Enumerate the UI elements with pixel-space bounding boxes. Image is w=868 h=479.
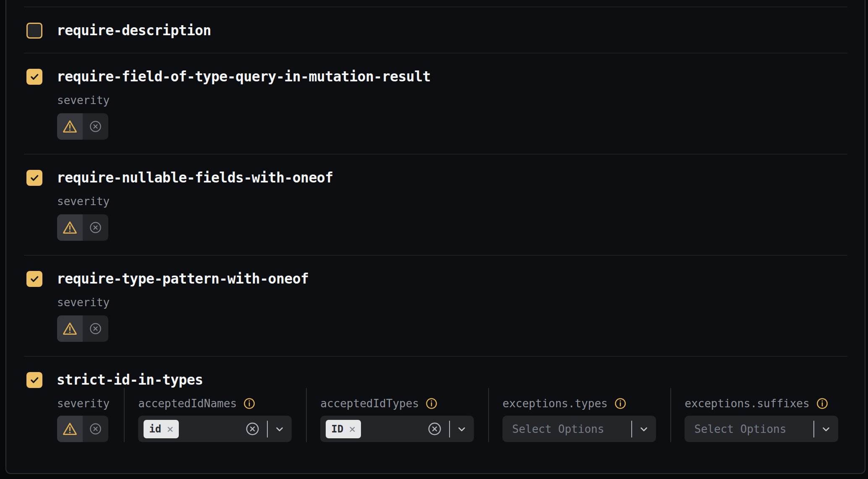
severity-column: severity	[57, 388, 110, 442]
option-label: exceptions.suffixes	[685, 397, 809, 410]
rule-checkbox[interactable]	[26, 170, 42, 186]
chevron-down-icon[interactable]	[821, 424, 831, 435]
severity-warning-button[interactable]	[57, 113, 83, 140]
separator	[267, 421, 268, 437]
severity-toggle	[57, 113, 108, 140]
clear-all-icon[interactable]	[427, 422, 442, 436]
separator	[813, 421, 814, 437]
option-column-acceptedIdNames: acceptedIdNames id ×	[124, 388, 292, 442]
circle-x-icon	[89, 322, 102, 335]
severity-off-button[interactable]	[83, 214, 108, 241]
warning-triangle-icon	[62, 421, 78, 437]
rule-title: require-type-pattern-with-oneof	[57, 271, 309, 287]
rule-title: require-nullable-fields-with-oneof	[57, 169, 333, 186]
severity-off-button[interactable]	[83, 315, 108, 342]
rule-row-strict-id-in-types: strict-id-in-types severity	[24, 356, 847, 456]
warning-triangle-icon	[62, 220, 78, 235]
multiselect-acceptedIdNames[interactable]: id ×	[138, 416, 292, 442]
chevron-down-icon[interactable]	[274, 424, 285, 435]
rule-title: strict-id-in-types	[57, 372, 203, 388]
chevron-down-icon[interactable]	[456, 424, 467, 435]
select-placeholder: Select Options	[512, 423, 604, 435]
check-icon	[29, 172, 40, 183]
separator	[449, 421, 450, 437]
multiselect-exceptions-suffixes[interactable]: Select Options	[685, 416, 838, 442]
rule-row-require-type-pattern-with-oneof: require-type-pattern-with-oneof severity	[24, 255, 847, 356]
check-icon	[29, 71, 40, 82]
severity-toggle	[57, 315, 108, 342]
rule-options-row: severity acceptedIdNames	[57, 388, 847, 442]
severity-off-button[interactable]	[83, 113, 108, 140]
severity-warning-button[interactable]	[57, 416, 83, 442]
rule-row-require-description: require-description	[24, 7, 847, 53]
warning-triangle-icon	[62, 119, 78, 134]
separator	[631, 421, 632, 437]
rule-checkbox[interactable]	[26, 271, 42, 287]
circle-x-icon	[89, 120, 102, 133]
tag-remove-icon[interactable]: ×	[167, 423, 173, 435]
multiselect-acceptedIdTypes[interactable]: ID ×	[320, 416, 474, 442]
rule-title: require-description	[57, 22, 211, 39]
severity-label: severity	[57, 195, 847, 208]
severity-warning-button[interactable]	[57, 315, 83, 342]
severity-toggle	[57, 214, 108, 241]
option-column-exceptions-suffixes: exceptions.suffixes Select Options	[670, 388, 838, 442]
severity-off-button[interactable]	[83, 416, 108, 442]
severity-toggle	[57, 416, 108, 442]
severity-label: severity	[57, 94, 847, 107]
rule-checkbox[interactable]	[26, 69, 42, 85]
select-placeholder: Select Options	[694, 423, 786, 435]
clear-all-icon[interactable]	[245, 422, 260, 436]
selected-tag: ID ×	[326, 420, 361, 438]
circle-x-icon	[89, 221, 102, 234]
rules-config-panel: require-description require-field-of-typ…	[5, 0, 865, 474]
info-icon[interactable]	[614, 398, 626, 409]
severity-label: severity	[57, 397, 110, 410]
rule-row-require-field-of-type-query-in-mutation-result: require-field-of-type-query-in-mutation-…	[24, 53, 847, 154]
rule-checkbox[interactable]	[26, 372, 42, 388]
option-label: exceptions.types	[502, 397, 607, 410]
tag-remove-icon[interactable]: ×	[349, 423, 356, 435]
multiselect-exceptions-types[interactable]: Select Options	[502, 416, 656, 442]
selected-tag: id ×	[144, 420, 179, 438]
warning-triangle-icon	[62, 321, 78, 336]
check-icon	[29, 273, 40, 284]
option-column-acceptedIdTypes: acceptedIdTypes ID ×	[306, 388, 474, 442]
info-icon[interactable]	[426, 398, 437, 409]
option-label: acceptedIdTypes	[320, 397, 419, 410]
severity-label: severity	[57, 296, 847, 309]
option-label: acceptedIdNames	[138, 397, 237, 410]
rule-row-require-nullable-fields-with-oneof: require-nullable-fields-with-oneof sever…	[24, 154, 847, 255]
option-column-exceptions-types: exceptions.types Select Options	[488, 388, 656, 442]
chevron-down-icon[interactable]	[638, 424, 649, 435]
info-icon[interactable]	[816, 398, 828, 409]
rule-checkbox[interactable]	[26, 23, 42, 39]
circle-x-icon	[89, 422, 102, 435]
check-icon	[29, 375, 40, 385]
rule-title: require-field-of-type-query-in-mutation-…	[57, 68, 431, 85]
severity-warning-button[interactable]	[57, 214, 83, 241]
info-icon[interactable]	[243, 398, 255, 409]
